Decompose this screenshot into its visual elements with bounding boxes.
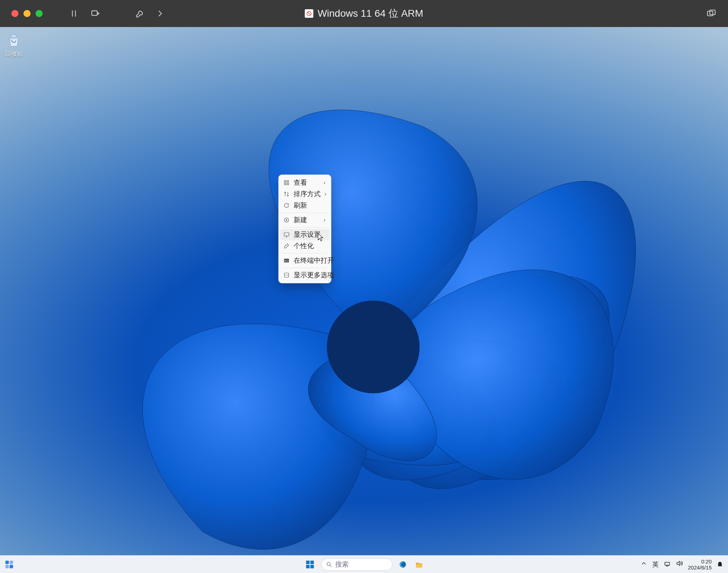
svg-rect-24 xyxy=(665,562,670,565)
notifications-icon[interactable] xyxy=(717,561,724,568)
svg-rect-16 xyxy=(10,565,13,568)
taskbar-pin-edge[interactable] xyxy=(397,558,409,571)
svg-rect-14 xyxy=(10,561,13,564)
svg-rect-3 xyxy=(710,10,715,15)
traffic-lights xyxy=(11,10,43,17)
more-icon xyxy=(283,272,290,279)
tray-chevron-up-icon[interactable] xyxy=(640,560,647,569)
chevron-right-icon: › xyxy=(324,191,327,197)
system-tray: 英 0:20 2024/6/15 xyxy=(640,558,728,571)
view-mode-button[interactable] xyxy=(705,7,717,20)
terminal-icon xyxy=(283,257,290,264)
svg-rect-0 xyxy=(92,11,97,15)
fullscreen-window-button[interactable] xyxy=(36,10,43,17)
recycle-bin-label: 回收站 xyxy=(4,50,23,58)
context-menu-item-label: 查看 xyxy=(294,178,319,187)
context-menu-item[interactable]: 排序方式› xyxy=(280,188,330,200)
taskbar-search-placeholder: 搜索 xyxy=(335,560,349,569)
vm-title: Windows 11 64 位 ARM xyxy=(305,7,423,20)
svg-rect-18 xyxy=(310,561,314,564)
taskbar-clock[interactable]: 0:20 2024/6/15 xyxy=(688,558,712,571)
vm-os-icon xyxy=(305,9,313,18)
taskbar-center: 搜索 xyxy=(303,557,425,572)
volume-icon[interactable] xyxy=(676,560,683,569)
plus-icon xyxy=(283,216,290,224)
sort-icon xyxy=(283,191,290,198)
svg-point-21 xyxy=(327,562,330,566)
taskbar-pin-explorer[interactable] xyxy=(413,558,425,571)
pause-vm-button[interactable] xyxy=(68,7,80,20)
context-menu-item-label: 显示更多选项 xyxy=(294,271,334,280)
chevron-right-icon: › xyxy=(322,180,327,186)
svg-point-23 xyxy=(401,563,405,566)
recycle-bin-icon xyxy=(6,33,22,48)
svg-rect-19 xyxy=(306,565,310,568)
tools-button[interactable] xyxy=(134,7,146,20)
svg-rect-17 xyxy=(306,561,310,564)
minimize-window-button[interactable] xyxy=(23,10,31,17)
chevron-right-icon: › xyxy=(322,217,327,223)
network-icon[interactable] xyxy=(664,560,671,569)
svg-rect-5 xyxy=(284,181,286,182)
svg-point-4 xyxy=(327,301,419,393)
context-menu-separator xyxy=(282,227,327,227)
refresh-icon xyxy=(283,202,290,209)
wallpaper-bloom xyxy=(0,27,728,573)
context-menu-item-label: 刷新 xyxy=(294,201,327,210)
svg-rect-13 xyxy=(5,561,9,564)
context-menu-item-label: 排序方式 xyxy=(294,189,321,199)
context-menu-separator xyxy=(282,268,327,268)
svg-rect-20 xyxy=(310,565,314,568)
svg-rect-10 xyxy=(284,233,289,236)
chevron-right-icon[interactable] xyxy=(154,7,166,20)
display-icon xyxy=(283,231,290,238)
svg-rect-11 xyxy=(284,259,289,263)
context-menu-item-label: 个性化 xyxy=(294,241,327,251)
start-button[interactable] xyxy=(303,557,317,572)
context-menu-separator xyxy=(282,253,327,253)
recycle-bin[interactable]: 回收站 xyxy=(4,33,23,58)
ime-indicator[interactable]: 英 xyxy=(652,560,659,569)
desktop-context-menu: 查看›排序方式›刷新新建›显示设置个性化在终端中打开显示更多选项 xyxy=(278,175,331,283)
search-icon xyxy=(326,561,332,568)
taskbar: 搜索 英 0:20 2024/6/15 xyxy=(0,555,728,573)
vm-title-text: Windows 11 64 位 ARM xyxy=(317,7,423,20)
context-menu-item[interactable]: 显示更多选项 xyxy=(280,269,330,281)
context-menu-item[interactable]: 刷新 xyxy=(280,200,330,211)
capture-button[interactable] xyxy=(89,7,102,20)
brush-icon xyxy=(283,242,290,250)
svg-rect-7 xyxy=(284,183,286,185)
widgets-button[interactable] xyxy=(2,560,16,569)
taskbar-time: 0:20 xyxy=(688,558,712,564)
guest-desktop[interactable]: 回收站 查看›排序方式›刷新新建›显示设置个性化在终端中打开显示更多选项 xyxy=(0,27,728,573)
vm-titlebar: Windows 11 64 位 ARM xyxy=(0,0,728,27)
cursor-icon xyxy=(317,233,324,242)
context-menu-item[interactable]: 查看› xyxy=(280,177,330,188)
context-menu-separator xyxy=(282,213,327,213)
grid-icon xyxy=(283,179,290,186)
context-menu-item[interactable]: 在终端中打开 xyxy=(280,255,330,266)
svg-rect-8 xyxy=(287,183,289,185)
svg-rect-6 xyxy=(287,181,289,182)
close-window-button[interactable] xyxy=(11,10,18,17)
svg-rect-15 xyxy=(5,565,9,568)
taskbar-date: 2024/6/15 xyxy=(688,564,712,571)
context-menu-item-label: 新建 xyxy=(294,215,319,225)
context-menu-item[interactable]: 新建› xyxy=(280,214,330,226)
context-menu-item-label: 在终端中打开 xyxy=(294,256,334,265)
taskbar-search[interactable]: 搜索 xyxy=(321,558,392,571)
